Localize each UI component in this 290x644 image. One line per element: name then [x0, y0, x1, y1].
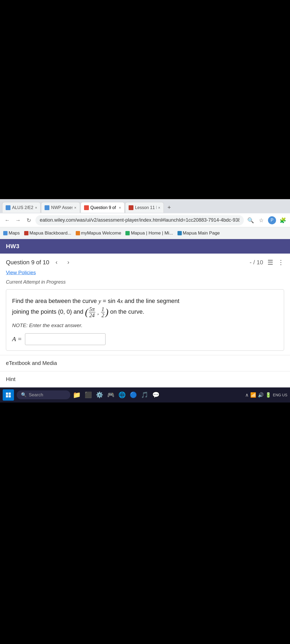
- network-icon[interactable]: 📶: [250, 392, 256, 398]
- answer-label: A =: [12, 335, 22, 343]
- taskbar: 🔍 Search 📁 ⬛ ⚙️ 🎮 🌐 🔵 🎵 💬 ∧: [0, 387, 290, 402]
- etextbook-link[interactable]: eTextbook and Media: [0, 355, 290, 371]
- profile-icon[interactable]: P: [268, 216, 276, 224]
- taskbar-icon-spotify[interactable]: 🎵: [140, 390, 149, 400]
- tab-favicon-nwp: [45, 205, 49, 210]
- forward-button[interactable]: →: [14, 216, 22, 224]
- lang-label: ENG US: [273, 393, 287, 397]
- black-top-area: [0, 0, 290, 199]
- browser-chrome: ALUS 2/E2 × NWP Assessment Builder UI A.…: [0, 199, 290, 239]
- taskbar-icon-edge[interactable]: 🌐: [117, 390, 127, 400]
- score-label: - / 10: [250, 259, 263, 266]
- bookmark-label-maps: Maps: [9, 230, 20, 236]
- volume-icon[interactable]: 🔊: [258, 392, 264, 398]
- question-text: Find the area between the curve y = sin …: [12, 296, 278, 318]
- taskbar-icon-chrome[interactable]: 🔵: [128, 390, 138, 400]
- svg-rect-2: [6, 395, 8, 397]
- chevron-icon[interactable]: ∧: [245, 392, 249, 398]
- question-box: Find the area between the curve y = sin …: [6, 289, 284, 350]
- question-text-line1: Find the area between the curve y = sin …: [12, 298, 179, 304]
- bookmark-mapua-main[interactable]: Mapua Main Page: [177, 230, 220, 236]
- tab-label-question: Question 9 of 10 · MATH147 ·: [90, 205, 117, 210]
- question-nav: Question 9 of 10 ‹ › - / 10 ☰ ⋮: [6, 258, 284, 267]
- tab-label-alus: ALUS 2/E2: [12, 205, 33, 210]
- address-bar: ← → ↻ 🔍 ☆ P 🧩: [0, 213, 290, 227]
- taskbar-icon-terminal[interactable]: ⬛: [83, 390, 93, 400]
- bookmark-label-mapua-main: Mapua Main Page: [183, 230, 220, 236]
- hw-title: HW3: [6, 243, 19, 250]
- next-question-button[interactable]: ›: [64, 258, 73, 267]
- bookmark-maps[interactable]: Maps: [3, 230, 20, 236]
- fraction-5pi-24: 5π 24: [89, 306, 95, 318]
- question-text-line2: joining the points (0, 0) and ( 5π 24 , …: [12, 308, 144, 315]
- battery-icon[interactable]: 🔋: [265, 392, 271, 398]
- bookmark-favicon-mapua-main: [177, 231, 182, 235]
- fraction-1-2: 1 2: [101, 306, 105, 318]
- question-nav-right: - / 10 ☰ ⋮: [250, 259, 284, 266]
- taskbar-icon-xbox[interactable]: 🎮: [106, 390, 115, 400]
- tab-close-question[interactable]: ×: [119, 206, 121, 210]
- star-icon[interactable]: ☆: [257, 216, 265, 224]
- bottom-links: eTextbook and Media Hint: [0, 355, 290, 387]
- tab-nwp[interactable]: NWP Assessment Builder UI A... ×: [41, 202, 80, 213]
- address-input[interactable]: [35, 215, 244, 225]
- tab-bar: ALUS 2/E2 × NWP Assessment Builder UI A.…: [0, 199, 290, 213]
- math-point: ( 5π 24 , 1 2 ): [85, 306, 109, 318]
- tab-alus[interactable]: ALUS 2/E2 ×: [2, 202, 41, 213]
- bookmark-label-mym: myMapua Welcome: [81, 230, 121, 236]
- bookmarks-bar: Maps Mapua Blackboard... myMapua Welcome…: [0, 227, 290, 239]
- tab-label-nwp: NWP Assessment Builder UI A...: [51, 205, 73, 210]
- bookmark-label-mapua-home: Mapua | Home | Mi...: [131, 230, 173, 236]
- back-button[interactable]: ←: [3, 216, 11, 224]
- bookmark-mymapua[interactable]: myMapua Welcome: [76, 230, 121, 236]
- search-label: Search: [29, 392, 43, 398]
- prev-question-button[interactable]: ‹: [52, 258, 61, 267]
- taskbar-right: ∧ 📶 🔊 🔋 ENG US: [245, 392, 287, 398]
- svg-rect-3: [9, 395, 11, 397]
- answer-input[interactable]: [25, 333, 106, 345]
- taskbar-icon-messenger[interactable]: 💬: [151, 390, 161, 400]
- search-icon-taskbar: 🔍: [21, 392, 27, 398]
- search-icon[interactable]: 🔍: [247, 216, 255, 224]
- svg-rect-0: [6, 393, 8, 395]
- tab-close-lesson[interactable]: ×: [158, 206, 160, 210]
- question-nav-left: Question 9 of 10 ‹ ›: [6, 258, 73, 267]
- taskbar-icon-file[interactable]: 📁: [72, 390, 82, 400]
- black-bottom-area: [0, 402, 290, 644]
- answer-row: A =: [12, 333, 278, 345]
- tab-close-nwp[interactable]: ×: [74, 206, 76, 210]
- bookmark-favicon-mym: [76, 231, 80, 235]
- tab-label-lesson: Lesson 11 Definite Integrals L...: [135, 205, 157, 210]
- tab-favicon-question: [84, 205, 89, 210]
- more-options-icon[interactable]: ⋮: [278, 259, 284, 266]
- math-var-x: x: [120, 298, 123, 304]
- note-text: NOTE: Enter the exact answer.: [12, 323, 278, 328]
- new-tab-button[interactable]: +: [164, 203, 174, 212]
- list-icon[interactable]: ☰: [267, 259, 273, 266]
- bookmark-blackboard[interactable]: Mapua Blackboard...: [24, 230, 71, 236]
- tab-question[interactable]: Question 9 of 10 · MATH147 · ×: [81, 202, 125, 213]
- svg-rect-1: [9, 393, 11, 395]
- bookmark-mapua-home[interactable]: Mapua | Home | Mi...: [125, 230, 173, 236]
- bookmark-favicon-bb: [24, 231, 28, 235]
- reload-button[interactable]: ↻: [25, 216, 33, 224]
- hint-link[interactable]: Hint: [0, 371, 290, 387]
- taskbar-search[interactable]: 🔍 Search: [17, 390, 70, 399]
- page-content: HW3 Question 9 of 10 ‹ › - / 10 ☰ ⋮ View…: [0, 239, 290, 387]
- tab-close-alus[interactable]: ×: [35, 206, 37, 210]
- bookmark-favicon-mapua-home: [125, 231, 130, 235]
- bookmark-label-bb: Mapua Blackboard...: [30, 230, 71, 236]
- hw-header: HW3: [0, 239, 290, 254]
- math-equation: y: [99, 298, 101, 304]
- tab-lesson[interactable]: Lesson 11 Definite Integrals L... ×: [125, 202, 164, 213]
- view-policies-link[interactable]: View Policies: [6, 270, 284, 276]
- start-button[interactable]: [3, 389, 14, 401]
- tab-favicon-alus: [6, 205, 10, 210]
- sys-tray: ∧ 📶 🔊 🔋 ENG US: [245, 392, 287, 398]
- question-label: Question 9 of 10: [6, 259, 49, 266]
- extension-icon[interactable]: 🧩: [279, 216, 287, 224]
- taskbar-icon-settings[interactable]: ⚙️: [95, 390, 104, 400]
- tab-favicon-lesson: [129, 205, 133, 210]
- attempt-status: Current Attempt in Progress: [6, 279, 284, 285]
- bookmark-favicon-maps: [3, 231, 8, 235]
